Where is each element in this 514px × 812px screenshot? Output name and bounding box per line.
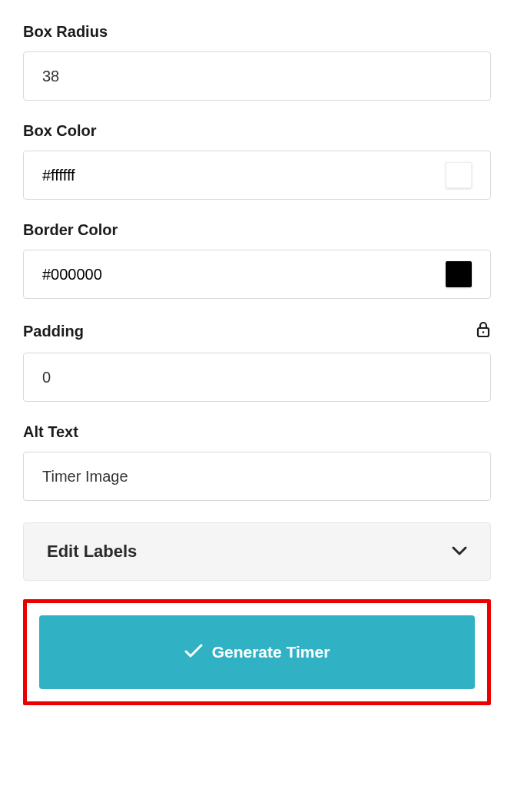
- box-radius-group: Box Radius: [23, 23, 491, 101]
- edit-labels-collapse[interactable]: Edit Labels: [23, 522, 491, 581]
- box-color-group: Box Color: [23, 122, 491, 200]
- padding-input[interactable]: [23, 353, 491, 402]
- box-color-label: Box Color: [23, 122, 491, 140]
- border-color-group: Border Color: [23, 221, 491, 299]
- alt-text-group: Alt Text: [23, 423, 491, 501]
- box-color-swatch[interactable]: [446, 162, 472, 188]
- box-color-input[interactable]: [42, 167, 446, 184]
- chevron-down-icon: [452, 545, 467, 558]
- lock-icon[interactable]: [476, 320, 491, 342]
- generate-highlight: Generate Timer: [23, 599, 491, 705]
- border-color-input-wrap: [23, 250, 491, 299]
- padding-label: Padding: [23, 323, 84, 340]
- alt-text-label: Alt Text: [23, 423, 491, 441]
- svg-point-1: [482, 331, 485, 333]
- box-radius-input[interactable]: [23, 51, 491, 101]
- check-icon: [184, 643, 203, 662]
- edit-labels-title: Edit Labels: [47, 542, 137, 562]
- alt-text-input[interactable]: [23, 452, 491, 501]
- box-radius-label: Box Radius: [23, 23, 491, 41]
- generate-timer-button[interactable]: Generate Timer: [39, 615, 475, 689]
- border-color-swatch[interactable]: [446, 261, 472, 287]
- box-color-input-wrap: [23, 151, 491, 200]
- border-color-input[interactable]: [42, 266, 446, 283]
- border-color-label: Border Color: [23, 221, 491, 239]
- generate-timer-label: Generate Timer: [212, 643, 330, 661]
- padding-group: Padding: [23, 320, 491, 402]
